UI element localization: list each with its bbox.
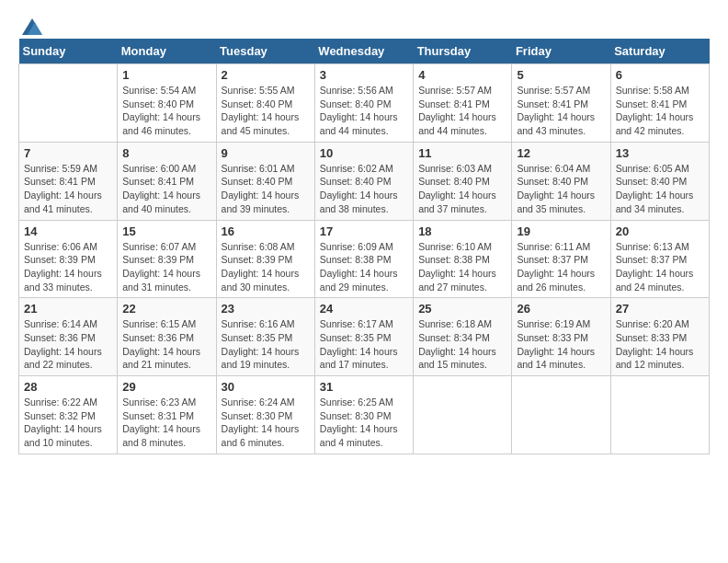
calendar-cell: 22Sunrise: 6:15 AM Sunset: 8:36 PM Dayli… <box>118 298 216 376</box>
header-cell-wednesday: Wednesday <box>314 39 413 64</box>
day-info: Sunrise: 6:00 AM Sunset: 8:41 PM Dayligh… <box>122 162 210 216</box>
day-number: 19 <box>517 224 605 238</box>
day-info: Sunrise: 6:16 AM Sunset: 8:35 PM Dayligh… <box>222 317 310 372</box>
calendar-body: 1Sunrise: 5:54 AM Sunset: 8:40 PM Daylig… <box>19 64 710 454</box>
day-number: 3 <box>320 68 408 82</box>
day-info: Sunrise: 5:54 AM Sunset: 8:40 PM Dayligh… <box>122 84 210 138</box>
calendar-cell: 19Sunrise: 6:11 AM Sunset: 8:37 PM Dayli… <box>512 220 610 298</box>
day-info: Sunrise: 6:24 AM Sunset: 8:30 PM Dayligh… <box>222 396 310 450</box>
calendar-cell: 30Sunrise: 6:24 AM Sunset: 8:30 PM Dayli… <box>216 376 314 454</box>
day-number: 26 <box>517 302 605 316</box>
day-number: 27 <box>616 302 704 316</box>
calendar-cell <box>19 64 118 143</box>
day-number: 28 <box>24 380 112 394</box>
calendar-cell: 25Sunrise: 6:18 AM Sunset: 8:34 PM Dayli… <box>414 298 512 376</box>
calendar-cell: 17Sunrise: 6:09 AM Sunset: 8:38 PM Dayli… <box>314 220 413 298</box>
day-number: 14 <box>24 224 112 238</box>
day-info: Sunrise: 6:18 AM Sunset: 8:34 PM Dayligh… <box>418 317 506 372</box>
calendar-cell: 20Sunrise: 6:13 AM Sunset: 8:37 PM Dayli… <box>610 220 709 298</box>
calendar-cell <box>414 376 512 454</box>
header-cell-saturday: Saturday <box>610 39 709 64</box>
calendar-cell: 15Sunrise: 6:07 AM Sunset: 8:39 PM Dayli… <box>118 220 216 298</box>
header <box>18 18 710 29</box>
day-info: Sunrise: 6:19 AM Sunset: 8:33 PM Dayligh… <box>517 317 605 372</box>
day-info: Sunrise: 6:03 AM Sunset: 8:40 PM Dayligh… <box>418 162 506 216</box>
day-number: 15 <box>122 224 210 238</box>
day-number: 30 <box>222 380 310 394</box>
header-cell-tuesday: Tuesday <box>216 39 314 64</box>
day-number: 9 <box>222 146 310 160</box>
calendar-cell: 31Sunrise: 6:25 AM Sunset: 8:30 PM Dayli… <box>314 376 413 454</box>
day-info: Sunrise: 6:06 AM Sunset: 8:39 PM Dayligh… <box>24 240 112 294</box>
calendar-cell: 7Sunrise: 5:59 AM Sunset: 8:41 PM Daylig… <box>19 142 118 220</box>
calendar-cell: 10Sunrise: 6:02 AM Sunset: 8:40 PM Dayli… <box>314 142 413 220</box>
day-info: Sunrise: 5:57 AM Sunset: 8:41 PM Dayligh… <box>418 84 506 138</box>
day-info: Sunrise: 6:17 AM Sunset: 8:35 PM Dayligh… <box>320 317 408 372</box>
header-cell-thursday: Thursday <box>414 39 512 64</box>
day-info: Sunrise: 6:22 AM Sunset: 8:32 PM Dayligh… <box>24 396 112 450</box>
calendar-cell: 5Sunrise: 5:57 AM Sunset: 8:41 PM Daylig… <box>512 64 610 143</box>
day-number: 7 <box>24 146 112 160</box>
day-number: 20 <box>616 224 704 238</box>
calendar-cell: 9Sunrise: 6:01 AM Sunset: 8:40 PM Daylig… <box>216 142 314 220</box>
calendar-cell: 1Sunrise: 5:54 AM Sunset: 8:40 PM Daylig… <box>118 64 216 143</box>
calendar-cell: 12Sunrise: 6:04 AM Sunset: 8:40 PM Dayli… <box>512 142 610 220</box>
day-number: 31 <box>320 380 408 394</box>
day-number: 29 <box>122 380 210 394</box>
day-info: Sunrise: 6:09 AM Sunset: 8:38 PM Dayligh… <box>320 240 408 294</box>
calendar-cell: 4Sunrise: 5:57 AM Sunset: 8:41 PM Daylig… <box>414 64 512 143</box>
calendar-cell: 14Sunrise: 6:06 AM Sunset: 8:39 PM Dayli… <box>19 220 118 298</box>
header-cell-friday: Friday <box>512 39 610 64</box>
day-number: 16 <box>222 224 310 238</box>
day-info: Sunrise: 6:13 AM Sunset: 8:37 PM Dayligh… <box>616 240 704 294</box>
calendar-cell: 13Sunrise: 6:05 AM Sunset: 8:40 PM Dayli… <box>610 142 709 220</box>
day-info: Sunrise: 5:59 AM Sunset: 8:41 PM Dayligh… <box>24 162 112 216</box>
day-info: Sunrise: 5:57 AM Sunset: 8:41 PM Dayligh… <box>517 84 605 138</box>
calendar-cell: 18Sunrise: 6:10 AM Sunset: 8:38 PM Dayli… <box>414 220 512 298</box>
calendar-cell: 24Sunrise: 6:17 AM Sunset: 8:35 PM Dayli… <box>314 298 413 376</box>
calendar-cell <box>512 376 610 454</box>
day-number: 24 <box>320 302 408 316</box>
day-number: 18 <box>418 224 506 238</box>
header-row: SundayMondayTuesdayWednesdayThursdayFrid… <box>19 39 710 64</box>
day-info: Sunrise: 6:11 AM Sunset: 8:37 PM Dayligh… <box>517 240 605 294</box>
week-row: 28Sunrise: 6:22 AM Sunset: 8:32 PM Dayli… <box>19 376 710 454</box>
calendar-cell: 3Sunrise: 5:56 AM Sunset: 8:40 PM Daylig… <box>314 64 413 143</box>
calendar-cell <box>610 376 709 454</box>
day-number: 23 <box>222 302 310 316</box>
week-row: 1Sunrise: 5:54 AM Sunset: 8:40 PM Daylig… <box>19 64 710 143</box>
calendar-cell: 21Sunrise: 6:14 AM Sunset: 8:36 PM Dayli… <box>19 298 118 376</box>
day-number: 25 <box>418 302 506 316</box>
day-info: Sunrise: 6:23 AM Sunset: 8:31 PM Dayligh… <box>122 396 210 450</box>
day-info: Sunrise: 6:14 AM Sunset: 8:36 PM Dayligh… <box>24 317 112 372</box>
day-info: Sunrise: 6:15 AM Sunset: 8:36 PM Dayligh… <box>122 317 210 372</box>
calendar-cell: 2Sunrise: 5:55 AM Sunset: 8:40 PM Daylig… <box>216 64 314 143</box>
day-number: 6 <box>616 68 704 82</box>
week-row: 7Sunrise: 5:59 AM Sunset: 8:41 PM Daylig… <box>19 142 710 220</box>
calendar-cell: 16Sunrise: 6:08 AM Sunset: 8:39 PM Dayli… <box>216 220 314 298</box>
calendar-cell: 23Sunrise: 6:16 AM Sunset: 8:35 PM Dayli… <box>216 298 314 376</box>
day-number: 11 <box>418 146 506 160</box>
day-number: 17 <box>320 224 408 238</box>
day-number: 12 <box>517 146 605 160</box>
day-number: 2 <box>222 68 310 82</box>
week-row: 14Sunrise: 6:06 AM Sunset: 8:39 PM Dayli… <box>19 220 710 298</box>
day-info: Sunrise: 6:05 AM Sunset: 8:40 PM Dayligh… <box>616 162 704 216</box>
calendar-cell: 27Sunrise: 6:20 AM Sunset: 8:33 PM Dayli… <box>610 298 709 376</box>
calendar-cell: 8Sunrise: 6:00 AM Sunset: 8:41 PM Daylig… <box>118 142 216 220</box>
day-number: 5 <box>517 68 605 82</box>
day-info: Sunrise: 6:01 AM Sunset: 8:40 PM Dayligh… <box>222 162 310 216</box>
day-info: Sunrise: 5:55 AM Sunset: 8:40 PM Dayligh… <box>222 84 310 138</box>
day-info: Sunrise: 6:08 AM Sunset: 8:39 PM Dayligh… <box>222 240 310 294</box>
header-cell-sunday: Sunday <box>19 39 118 64</box>
day-info: Sunrise: 6:20 AM Sunset: 8:33 PM Dayligh… <box>616 317 704 372</box>
logo-icon <box>22 18 42 35</box>
calendar-cell: 11Sunrise: 6:03 AM Sunset: 8:40 PM Dayli… <box>414 142 512 220</box>
calendar-cell: 29Sunrise: 6:23 AM Sunset: 8:31 PM Dayli… <box>118 376 216 454</box>
logo <box>18 18 42 29</box>
day-info: Sunrise: 5:56 AM Sunset: 8:40 PM Dayligh… <box>320 84 408 138</box>
day-number: 13 <box>616 146 704 160</box>
calendar-cell: 28Sunrise: 6:22 AM Sunset: 8:32 PM Dayli… <box>19 376 118 454</box>
calendar-header: SundayMondayTuesdayWednesdayThursdayFrid… <box>19 39 710 64</box>
day-number: 22 <box>122 302 210 316</box>
